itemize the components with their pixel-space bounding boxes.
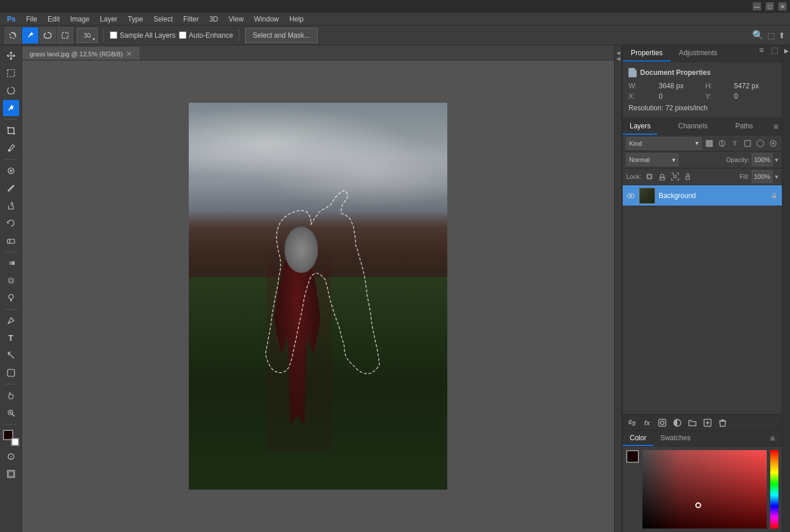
menu-file[interactable]: File bbox=[21, 14, 42, 24]
magic-wand-btn[interactable] bbox=[3, 100, 19, 116]
menu-type[interactable]: Type bbox=[123, 14, 148, 24]
menu-select[interactable]: Select bbox=[149, 14, 177, 24]
lasso-btn[interactable] bbox=[3, 82, 19, 99]
crop-btn[interactable] bbox=[3, 123, 19, 139]
lock-position-btn[interactable] bbox=[658, 172, 667, 181]
layer-group-btn[interactable] bbox=[687, 417, 698, 429]
path-select-btn[interactable] bbox=[3, 347, 19, 364]
quick-mask-btn[interactable] bbox=[3, 448, 19, 465]
hand-btn[interactable] bbox=[3, 387, 19, 404]
shape-filter-icon[interactable] bbox=[742, 138, 753, 149]
layer-adjustment-btn[interactable] bbox=[672, 417, 683, 429]
shape-btn[interactable] bbox=[3, 365, 19, 381]
eyedropper-btn[interactable] bbox=[3, 140, 19, 156]
clone-stamp-btn[interactable] bbox=[3, 197, 19, 214]
collapse-left-btn[interactable]: ◀◀ bbox=[615, 50, 621, 62]
filter-on-toggle[interactable] bbox=[768, 138, 778, 149]
document-tab[interactable]: grass land.jpg @ 12.5% (RGB/8) ✕ bbox=[22, 47, 139, 60]
pixel-filter-icon[interactable] bbox=[704, 138, 714, 149]
smart-filter-icon[interactable] bbox=[755, 138, 766, 149]
layer-row-background[interactable]: Background bbox=[623, 185, 782, 206]
tab-adjustments[interactable]: Adjustments bbox=[671, 45, 726, 62]
expand-panel-icon[interactable]: ⬚ bbox=[767, 45, 782, 62]
tab-color[interactable]: Color bbox=[623, 431, 653, 446]
rectangle-select-btn[interactable] bbox=[3, 65, 19, 81]
delete-layer-btn[interactable] bbox=[717, 417, 728, 429]
menu-3d[interactable]: 3D bbox=[204, 14, 222, 24]
share-icon[interactable]: ⬆ bbox=[778, 31, 785, 40]
workspace-icon[interactable]: ⬚ bbox=[767, 31, 775, 40]
fill-arrow[interactable]: ▾ bbox=[775, 173, 778, 181]
search-icon[interactable]: 🔍 bbox=[752, 30, 764, 41]
selection-mode-btn[interactable] bbox=[57, 27, 73, 44]
gradient-btn[interactable] bbox=[3, 255, 19, 271]
panel-menu-icon[interactable]: ≡ bbox=[756, 45, 767, 62]
collapse-right-btn[interactable]: ▶ bbox=[784, 48, 789, 54]
menu-image[interactable]: Image bbox=[66, 14, 94, 24]
layer-visibility-toggle[interactable] bbox=[626, 191, 635, 200]
y-label: Y: bbox=[705, 92, 730, 100]
auto-enhance-checkbox[interactable]: Auto-Enhance bbox=[179, 31, 233, 39]
menu-layer[interactable]: Layer bbox=[95, 14, 122, 24]
brush-btn[interactable] bbox=[3, 180, 19, 196]
tab-layers[interactable]: Layers bbox=[623, 118, 658, 135]
type-btn[interactable]: T bbox=[3, 330, 19, 346]
layer-mask-btn[interactable] bbox=[656, 417, 668, 429]
kind-dropdown[interactable]: Kind ▾ bbox=[626, 137, 702, 150]
blend-mode-dropdown[interactable]: Normal ▾ bbox=[626, 153, 678, 166]
maximize-button[interactable]: □ bbox=[766, 2, 774, 10]
panel-options-icon[interactable]: ≡ bbox=[756, 45, 767, 57]
tab-channels[interactable]: Channels bbox=[672, 118, 715, 135]
select-mask-button[interactable]: Select and Mask... bbox=[245, 28, 318, 43]
menu-view[interactable]: View bbox=[224, 14, 249, 24]
color-gradient-picker[interactable] bbox=[642, 450, 767, 529]
lock-artboard-btn[interactable] bbox=[670, 172, 680, 181]
hue-slider[interactable] bbox=[770, 450, 778, 529]
layer-link-btn[interactable] bbox=[626, 417, 638, 429]
options-toolbar: 30 Sample All Layers Auto-Enhance Select… bbox=[0, 26, 790, 45]
menu-edit[interactable]: Edit bbox=[43, 14, 64, 24]
tab-close-btn[interactable]: ✕ bbox=[126, 50, 132, 58]
fill-value[interactable]: 100% bbox=[752, 170, 773, 183]
tab-swatches[interactable]: Swatches bbox=[653, 431, 698, 446]
magic-wand-tool-btn[interactable] bbox=[22, 27, 38, 44]
canvas-scroll-area[interactable] bbox=[22, 60, 614, 532]
move-tool-btn[interactable] bbox=[3, 48, 19, 64]
auto-enhance-input[interactable] bbox=[179, 31, 186, 39]
opacity-arrow[interactable]: ▾ bbox=[775, 156, 778, 164]
menu-filter[interactable]: Filter bbox=[178, 14, 203, 24]
new-layer-btn[interactable] bbox=[702, 417, 713, 429]
background-color-swatch[interactable] bbox=[11, 438, 19, 446]
sample-all-layers-checkbox[interactable]: Sample All Layers bbox=[110, 31, 175, 39]
quick-select-tool-btn[interactable] bbox=[5, 27, 21, 44]
tab-paths[interactable]: Paths bbox=[728, 118, 760, 135]
minimize-button[interactable]: — bbox=[753, 2, 761, 10]
menu-ps[interactable]: Ps bbox=[2, 14, 20, 24]
fg-color-swatch[interactable] bbox=[626, 450, 639, 463]
history-brush-btn[interactable] bbox=[3, 215, 19, 231]
adjustment-filter-icon[interactable] bbox=[717, 138, 727, 149]
eraser-btn[interactable] bbox=[3, 232, 19, 249]
screen-mode-btn[interactable] bbox=[3, 466, 19, 482]
opacity-value[interactable]: 100% bbox=[752, 153, 773, 166]
close-button[interactable]: ✕ bbox=[778, 2, 787, 10]
layer-fx-btn[interactable]: fx bbox=[641, 417, 653, 429]
type-filter-icon[interactable]: T bbox=[730, 138, 740, 149]
lock-pixels-btn[interactable] bbox=[645, 172, 654, 181]
blur-btn[interactable] bbox=[3, 272, 19, 289]
layers-menu-btn[interactable]: ≡ bbox=[774, 122, 778, 131]
dodge-btn[interactable] bbox=[3, 290, 19, 306]
menu-window[interactable]: Window bbox=[249, 14, 283, 24]
tab-properties[interactable]: Properties bbox=[623, 45, 671, 62]
healing-brush-btn[interactable] bbox=[3, 163, 19, 179]
sample-all-layers-input[interactable] bbox=[110, 31, 117, 39]
layer-list[interactable]: Background bbox=[623, 185, 782, 414]
brush-size-control[interactable]: 30 bbox=[77, 28, 98, 43]
lasso-tool-btn[interactable] bbox=[40, 27, 56, 44]
zoom-btn[interactable] bbox=[3, 405, 19, 421]
color-panel-menu-btn[interactable]: ≡ bbox=[767, 433, 778, 444]
menu-help[interactable]: Help bbox=[285, 14, 308, 24]
expand-icon[interactable]: ⬚ bbox=[767, 45, 782, 57]
pen-btn[interactable] bbox=[3, 312, 19, 329]
lock-all-btn[interactable] bbox=[683, 172, 692, 181]
